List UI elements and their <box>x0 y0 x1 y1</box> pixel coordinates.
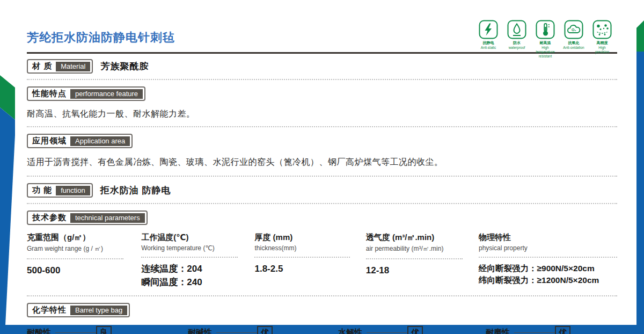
badge-en-label: waterproof <box>509 46 525 50</box>
section-divider <box>27 295 617 296</box>
badge-zh-label: 耐高温 <box>540 40 551 46</box>
section-application: 应用领域 Application area 适用于沥青搅拌、有色金属冶炼、陶瓷、… <box>27 134 617 168</box>
section-material: 材 质 Material 芳族聚酰胺 <box>27 59 617 74</box>
chem-zh-label: 耐酸性 <box>27 328 51 334</box>
badge-high-temperature: 耐高温 High temperature resistant <box>535 20 556 59</box>
chemical-label-en: Barrel type bag <box>70 306 127 315</box>
section-divider <box>27 203 617 204</box>
param-header-zh: 克重范围（g/㎡） <box>27 233 141 243</box>
param-value: 1.8-2.5 <box>254 263 365 276</box>
chem-acid-resistance: 耐酸性 良 Acid Resistance <box>27 326 188 334</box>
chemical-items: 耐酸性 良 Acid Resistance 耐碱性 优 Alkali Resis… <box>27 326 617 334</box>
param-value: 12-18 <box>366 264 479 278</box>
cloud-o2-icon: O₂ <box>564 20 583 39</box>
datasheet-page: 抗静电 Anti-static 防水 waterproof 耐高温 High t… <box>0 0 644 334</box>
param-divider <box>254 257 350 258</box>
section-divider <box>27 176 617 177</box>
section-chemical: 化学特性 Barrel type bag 耐酸性 良 Acid Resistan… <box>27 303 617 334</box>
chem-connector-line <box>514 332 555 333</box>
param-header-zh: 透气度 (m³/㎡.min) <box>366 233 479 243</box>
section-performance: 性能特点 performance feature 耐高温、抗氧化能力一般、耐水解… <box>27 86 617 120</box>
chem-item-row: 耐酸性 良 <box>27 326 112 334</box>
badge-anti-oxidation: O₂ 抗氧化 Anti-oxidation <box>563 20 584 59</box>
chemical-label: 化学特性 Barrel type bag <box>27 303 130 317</box>
badge-en-label: Anti-static <box>481 46 496 50</box>
feature-badges: 抗静电 Anti-static 防水 waterproof 耐高温 High t… <box>478 20 613 59</box>
chem-zh-label: 水解性 <box>338 328 362 334</box>
performance-label-en: performance feature <box>70 89 143 99</box>
application-label: 应用领域 Application area <box>27 134 133 148</box>
param-divider <box>27 258 123 259</box>
lightning-icon <box>479 20 498 39</box>
param-divider <box>479 257 617 258</box>
chem-rating-box: 良 <box>96 326 112 334</box>
chem-item-row: 水解性 优 <box>338 326 423 334</box>
performance-text: 耐高温、抗氧化能力一般、耐水解能力差。 <box>27 108 617 120</box>
application-text: 适用于沥青搅拌、有色金属冶炼、陶瓷、玻璃、水泥行业的窑头（篦冷机）、钢厂高炉煤气… <box>27 157 617 168</box>
param-working-temperature: 工作温度(℃) Working temperature (℃) 连续温度：204… <box>141 233 254 289</box>
badge-en-label: High temperature resistant <box>535 46 556 59</box>
param-header-en: thickness(mm) <box>254 244 365 252</box>
param-header-en: Gram weight range (g / ㎡) <box>27 244 141 253</box>
param-value: 瞬间温度：240 <box>141 276 254 289</box>
left-ribbon-decoration <box>0 0 21 334</box>
material-label-en: Material <box>56 62 90 71</box>
badge-waterproof: 防水 waterproof <box>506 20 528 59</box>
thermometer-icon <box>536 20 555 39</box>
technical-label-zh: 技术参数 <box>32 213 67 223</box>
function-label: 功 能 function <box>27 183 93 198</box>
badge-en-label: Anti-oxidation <box>563 46 584 50</box>
param-header-zh: 物理特性 <box>479 233 617 243</box>
function-value: 拒水防油 防静电 <box>100 184 171 197</box>
chem-rating-box: 优 <box>555 326 570 334</box>
chem-zh-label: 耐磨性 <box>486 328 510 334</box>
param-value: 经向断裂强力：≥900N/5×20cm <box>479 263 617 274</box>
application-label-zh: 应用领域 <box>32 136 67 146</box>
param-gram-weight: 克重范围（g/㎡） Gram weight range (g / ㎡) 500-… <box>27 233 141 289</box>
badge-zh-label: 防水 <box>513 40 521 46</box>
param-divider <box>141 257 238 258</box>
chem-rating-box: 优 <box>407 326 423 334</box>
svg-text:O₂: O₂ <box>572 28 576 32</box>
material-label-zh: 材 质 <box>32 61 52 71</box>
param-thickness: 厚度 (mm) thickness(mm) 1.8-2.5 <box>254 233 365 289</box>
param-header-en: physical property <box>479 244 617 252</box>
chem-rating-box: 优 <box>257 326 273 334</box>
param-header-en: air permeability (m³/㎡.min) <box>366 244 479 253</box>
function-label-zh: 功 能 <box>32 185 52 195</box>
section-technical: 技术参数 technical parameters 克重范围（g/㎡） Gram… <box>27 210 617 289</box>
param-air-permeability: 透气度 (m³/㎡.min) air permeability (m³/㎡.mi… <box>366 233 479 289</box>
material-label: 材 质 Material <box>27 59 93 74</box>
param-physical-property: 物理特性 physical property 经向断裂强力：≥900N/5×20… <box>479 233 617 289</box>
param-value: 500-600 <box>27 264 141 278</box>
right-ribbon-decoration <box>632 0 644 334</box>
section-function: 功 能 function 拒水防油 防静电 <box>27 183 617 198</box>
section-divider <box>27 126 617 127</box>
badge-zh-label: 抗静电 <box>483 40 494 46</box>
function-label-en: function <box>56 186 90 195</box>
precision-dots-icon <box>592 20 612 39</box>
performance-label: 性能特点 performance feature <box>27 86 145 101</box>
param-divider <box>366 258 463 259</box>
chem-item-row: 耐磨性 优 <box>486 326 570 334</box>
performance-label-zh: 性能特点 <box>32 89 67 99</box>
badge-zh-label: 高精度 <box>597 40 608 46</box>
parameters-table: 克重范围（g/㎡） Gram weight range (g / ㎡) 500-… <box>27 233 617 289</box>
chemical-label-zh: 化学特性 <box>32 305 67 315</box>
param-header-zh: 工作温度(℃) <box>141 233 254 243</box>
chem-item-row: 耐碱性 优 <box>188 326 273 334</box>
param-value: 纬向断裂强力：≥1200N/5×20cm <box>479 274 617 286</box>
param-header-en: Working temperature (℃) <box>141 244 254 252</box>
badge-en-label: High precision <box>591 46 613 54</box>
chem-abrasive-resistance: 耐磨性 优 Abrasive Resistance <box>486 326 617 334</box>
technical-label-en: technical parameters <box>70 213 145 223</box>
chem-connector-line <box>55 332 96 333</box>
chem-connector-line <box>367 332 407 333</box>
chem-zh-label: 耐碱性 <box>188 328 212 334</box>
technical-label: 技术参数 technical parameters <box>27 210 148 225</box>
param-header-zh: 厚度 (mm) <box>254 233 365 243</box>
material-value: 芳族聚酰胺 <box>100 60 149 72</box>
chem-connector-line <box>216 332 257 333</box>
section-divider <box>27 79 617 80</box>
application-label-en: Application area <box>70 136 130 146</box>
